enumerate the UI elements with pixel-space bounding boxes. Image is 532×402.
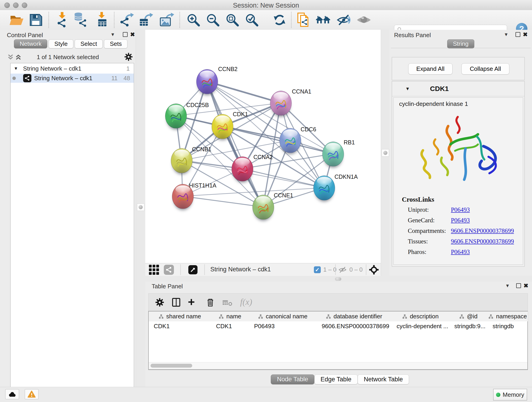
horizontal-splitter-handle[interactable] bbox=[335, 277, 341, 281]
function-builder-icon[interactable]: f(x) bbox=[240, 297, 252, 307]
selected-checkbox-icon[interactable]: ✓ bbox=[314, 266, 321, 273]
export-network-icon[interactable] bbox=[120, 13, 135, 27]
hide-selected-icon[interactable] bbox=[337, 13, 351, 27]
show-columns-icon[interactable] bbox=[171, 298, 181, 308]
crosslink-link[interactable]: 9606.ENSP00000378699 bbox=[451, 238, 514, 245]
column-header-description[interactable]: description bbox=[392, 312, 450, 321]
network-node-ccna1[interactable] bbox=[270, 91, 292, 115]
cell-namespace[interactable]: stringdb bbox=[488, 321, 528, 331]
network-nodes: CCNB2CCNA1CDC25BCDK1CDC6RB1CCNB1CCNA2CDK… bbox=[145, 30, 381, 263]
table-settings-gear-icon[interactable] bbox=[155, 298, 165, 308]
export-table-icon[interactable] bbox=[139, 13, 153, 27]
save-session-icon[interactable] bbox=[28, 13, 43, 27]
network-view-share-icon[interactable] bbox=[164, 265, 174, 275]
collapse-section-icon[interactable]: ▼ bbox=[405, 86, 410, 91]
panel-float-icon[interactable] bbox=[516, 283, 521, 288]
cell--id[interactable]: stringdb:9... bbox=[449, 321, 488, 331]
network-node-ccne1[interactable] bbox=[253, 195, 274, 220]
expand-all-button[interactable]: Expand All bbox=[408, 63, 452, 75]
horizontal-splitter[interactable] bbox=[145, 276, 532, 282]
zoom-selected-icon[interactable] bbox=[244, 13, 259, 27]
memory-button[interactable]: Memory bbox=[493, 389, 527, 400]
right-splitter[interactable] bbox=[381, 30, 390, 276]
column-header--id[interactable]: @id bbox=[449, 312, 488, 321]
collection-expand-icon[interactable]: ▼ bbox=[14, 66, 18, 71]
import-table-file-icon[interactable] bbox=[94, 13, 109, 27]
panel-float-icon[interactable] bbox=[123, 32, 128, 37]
network-view-panel: CCNB2CCNA1CDC25BCDK1CDC6RB1CCNB1CCNA2CDK… bbox=[145, 30, 381, 276]
cloud-status-button[interactable] bbox=[5, 389, 19, 399]
panel-menu-caret-icon[interactable]: ▾ bbox=[111, 31, 114, 38]
network-row-selected[interactable]: String Network – cdk1 11 48 bbox=[11, 74, 134, 83]
crosslink-link[interactable]: P06493 bbox=[451, 206, 470, 213]
network-node-ccnb1[interactable] bbox=[171, 148, 192, 173]
zoom-in-icon[interactable] bbox=[186, 13, 201, 27]
tab-select[interactable]: Select bbox=[75, 39, 103, 48]
network-node-cdc25b[interactable] bbox=[165, 104, 187, 128]
pan-crosshair-icon[interactable] bbox=[369, 265, 379, 276]
crosslink-link[interactable]: P06493 bbox=[451, 249, 470, 255]
table-toolbar: + f(x) bbox=[148, 293, 528, 311]
panel-menu-caret-icon[interactable]: ▾ bbox=[506, 282, 509, 289]
panel-close-icon[interactable]: ✖ bbox=[524, 282, 528, 289]
left-splitter-handle[interactable] bbox=[137, 204, 144, 211]
scrollbar-thumb[interactable] bbox=[151, 364, 192, 368]
share-document-icon[interactable] bbox=[296, 13, 311, 27]
birdseye-view-icon[interactable] bbox=[188, 265, 197, 274]
network-node-ccna2[interactable] bbox=[232, 157, 253, 181]
panel-close-icon[interactable]: ✖ bbox=[523, 31, 528, 38]
export-image-icon[interactable] bbox=[159, 13, 174, 27]
crosslink-link[interactable]: P06493 bbox=[451, 217, 470, 224]
apply-layout-icon[interactable] bbox=[272, 13, 287, 27]
tab-edge-table[interactable]: Edge Table bbox=[314, 375, 358, 384]
protein-ribbon-thumbnail bbox=[200, 75, 214, 89]
tab-network-table[interactable]: Network Table bbox=[358, 375, 409, 384]
left-splitter[interactable] bbox=[136, 30, 146, 387]
column-header-canonical-name[interactable]: canonical name bbox=[249, 312, 317, 321]
zoom-out-icon[interactable] bbox=[206, 13, 220, 27]
network-canvas[interactable]: CCNB2CCNA1CDC25BCDK1CDC6RB1CCNB1CCNA2CDK… bbox=[145, 30, 381, 263]
column-header-name[interactable]: name bbox=[211, 312, 249, 321]
network-node-cdk1[interactable] bbox=[212, 114, 233, 139]
panel-menu-caret-icon[interactable]: ▾ bbox=[505, 31, 507, 38]
network-collection-row[interactable]: ▼ String Network – cdk1 1 bbox=[11, 64, 134, 73]
show-all-icon[interactable] bbox=[356, 13, 371, 27]
tab-string[interactable]: String bbox=[447, 39, 474, 48]
network-home-icon[interactable] bbox=[316, 13, 330, 27]
hidden-eye-icon[interactable] bbox=[338, 266, 347, 274]
network-node-cdc6[interactable] bbox=[279, 128, 301, 153]
tab-sets[interactable]: Sets bbox=[104, 39, 127, 48]
cell-shared-name[interactable]: CDK1 bbox=[149, 321, 211, 331]
column-header-namespace[interactable]: namespace bbox=[488, 312, 528, 321]
table-panel-tabs: Node TableEdge TableNetwork Table bbox=[271, 375, 409, 384]
network-node-cdkn1a[interactable] bbox=[313, 176, 335, 200]
column-header-shared-name[interactable]: shared name bbox=[149, 312, 211, 321]
table-h-scrollbar[interactable] bbox=[149, 362, 527, 369]
cell-canonical-name[interactable]: P06493 bbox=[249, 321, 317, 331]
cell-database-identifier[interactable]: 9606.ENSP00000378699 bbox=[317, 321, 392, 331]
network-options-gear-icon[interactable] bbox=[124, 52, 133, 62]
crosslink-link[interactable]: 9606.ENSP00000378699 bbox=[451, 227, 514, 234]
delete-table-icon[interactable] bbox=[222, 300, 233, 307]
import-network-file-icon[interactable] bbox=[55, 13, 69, 27]
tab-network[interactable]: Network bbox=[14, 39, 47, 48]
panel-float-icon[interactable] bbox=[515, 32, 520, 37]
tab-style[interactable]: Style bbox=[49, 39, 73, 48]
add-column-icon[interactable]: + bbox=[188, 296, 195, 308]
open-file-icon[interactable] bbox=[9, 13, 24, 27]
cell-name[interactable]: CDK1 bbox=[211, 321, 249, 331]
grid-view-icon[interactable] bbox=[149, 265, 159, 276]
network-node-ccnb2[interactable] bbox=[196, 69, 218, 94]
right-splitter-handle[interactable] bbox=[382, 149, 389, 157]
gene-section-header[interactable]: ▼ CDK1 bbox=[392, 81, 525, 96]
column-header-database-identifier[interactable]: database identifier bbox=[317, 312, 392, 321]
tab-node-table[interactable]: Node Table bbox=[271, 375, 314, 384]
collapse-all-button[interactable]: Collapse All bbox=[462, 63, 509, 75]
cell-description[interactable]: cyclin-dependent ... bbox=[392, 321, 449, 331]
delete-column-icon[interactable] bbox=[205, 297, 215, 308]
panel-close-icon[interactable]: ✖ bbox=[130, 31, 135, 38]
network-node-rb1[interactable] bbox=[322, 142, 344, 166]
import-network-database-icon[interactable] bbox=[73, 13, 88, 27]
zoom-fit-icon[interactable] bbox=[225, 13, 240, 27]
warnings-button[interactable] bbox=[25, 389, 38, 399]
